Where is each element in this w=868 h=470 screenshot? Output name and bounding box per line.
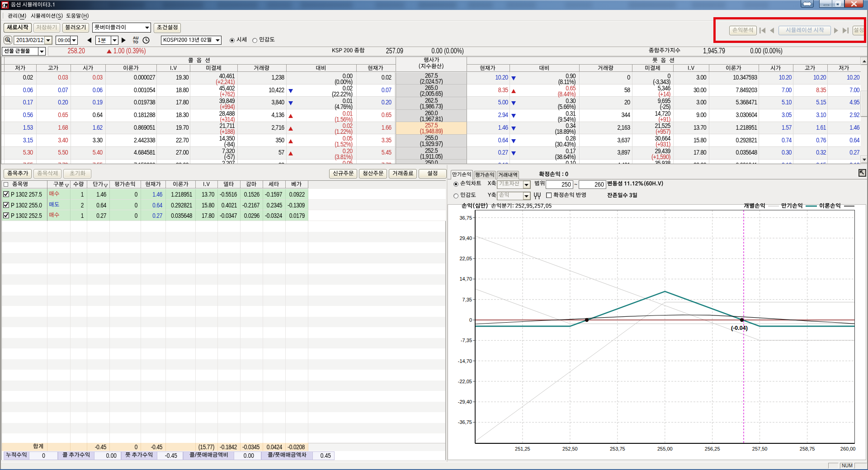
svg-text:36,75: 36,75 (459, 215, 472, 221)
svg-text:7,35: 7,35 (462, 297, 472, 302)
svg-text:260,00: 260,00 (840, 446, 856, 451)
svg-text:22,05: 22,05 (459, 256, 472, 261)
svg-text:29,40: 29,40 (459, 235, 472, 241)
svg-text:-14,70: -14,70 (458, 358, 472, 364)
svg-text:252,50: 252,50 (562, 446, 578, 451)
svg-text:253,75: 253,75 (610, 446, 625, 451)
svg-text:-29,40: -29,40 (458, 399, 472, 404)
svg-text:256,25: 256,25 (705, 446, 720, 451)
svg-text:-36,75: -36,75 (458, 419, 472, 425)
svg-text:-22,05: -22,05 (458, 379, 472, 384)
svg-text:255,00: 255,00 (657, 446, 673, 451)
svg-text:0: 0 (469, 317, 472, 323)
svg-text:-7,35: -7,35 (461, 338, 472, 343)
svg-text:14,70: 14,70 (459, 276, 472, 282)
svg-text:258,75: 258,75 (800, 446, 815, 451)
svg-text:257,50: 257,50 (752, 446, 768, 451)
svg-text:251,25: 251,25 (515, 446, 530, 451)
